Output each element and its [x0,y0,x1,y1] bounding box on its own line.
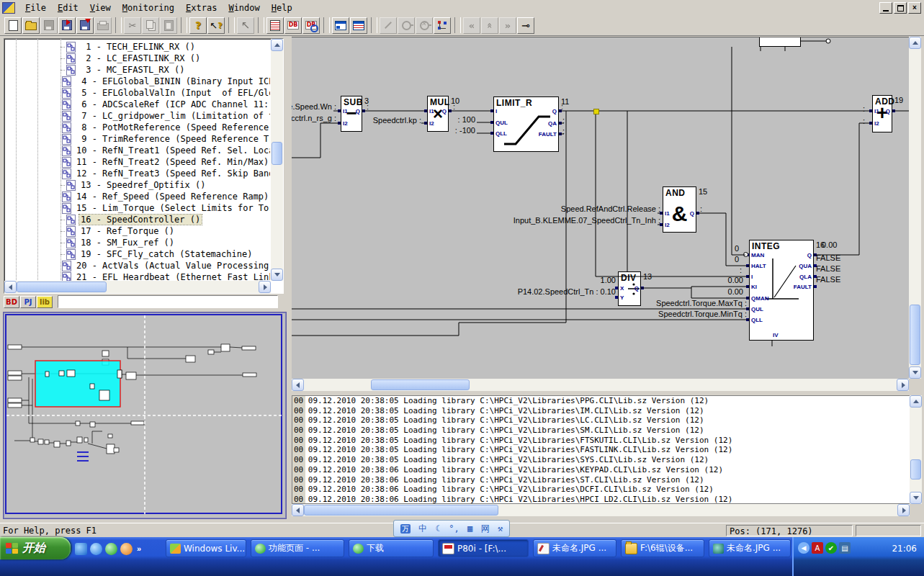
tree-vscrollbar[interactable] [271,39,283,281]
tree-vscrollbar-thumb[interactable] [272,142,282,165]
log-vscrollbar[interactable] [910,395,922,504]
toolbar-button-key-icon[interactable]: ⊸ [517,17,534,34]
restore-icon[interactable] [894,2,907,14]
toolbar-button-save-module-icon[interactable] [58,17,76,34]
ime-keyboard-icon[interactable]: ▦ [467,524,472,533]
taskbar-button[interactable]: 未命名.JPG ... [709,539,791,557]
ime-wrench-icon[interactable]: ⚒ [498,524,503,533]
toolbar-button-database-search-icon[interactable]: DB [302,17,320,34]
tree-item[interactable]: 11 - RefN_Treat2 (Speed Ref. Min/Max) [4,156,270,168]
scroll-left-icon[interactable] [292,379,304,391]
quicklaunch-qq-icon[interactable] [105,543,117,555]
diagram-canvas[interactable]: SUB−3I1I2QMUL×10I1I2QLIMIT_R 11IQULQLLQQ… [292,37,909,379]
toolbar-button-new-icon[interactable] [4,17,22,34]
taskbar-button[interactable]: 功能页面 - ... [251,539,344,557]
tray-shield-icon[interactable]: ✔ [825,542,837,554]
scroll-right-icon[interactable] [259,281,271,293]
toolbar-button-node-connect-icon[interactable] [434,17,451,34]
tree-item[interactable]: 13 - Speedref_Optifix () [4,179,270,191]
tree-item[interactable]: 17 - Ref_Torque () [4,225,270,237]
scroll-left-icon[interactable] [292,504,304,516]
tray-pdf-icon[interactable]: A [812,542,823,554]
tray-collapse-icon[interactable]: ◀ [798,542,809,554]
canvas-hscrollbar[interactable] [292,379,909,391]
ime-net-icon[interactable]: 网 [481,524,490,533]
tree-item[interactable]: 20 - ActVals (Actual Value Processing fo… [4,260,270,271]
ime-zhong-icon[interactable]: 中 [418,524,427,533]
quicklaunch-more-icon[interactable]: » [137,544,141,553]
tree-item[interactable]: 14 - Ref_Speed (Speed Reference Ramp) [4,191,270,202]
canvas-vscrollbar[interactable] [909,37,921,379]
menu-help[interactable]: Help [266,1,298,14]
toolbar-button-context-help-icon[interactable]: ↖? [207,17,225,34]
tree-item[interactable]: 10 - RefN_Treat1 (Speed Ref. Sel. Local/… [4,145,270,156]
quicklaunch-ie-icon[interactable] [90,543,102,555]
taskbar-button[interactable]: P80i - [F:\... [438,539,529,557]
log-hscrollbar-thumb[interactable] [304,505,498,516]
menu-window[interactable]: Window [223,1,265,14]
taskbar-button[interactable]: Windows Liv... [166,539,246,557]
taskbar-button[interactable]: F:\6辊\设备... [621,539,704,557]
tree-item[interactable]: 8 - PotMotReference (Speed Reference Mot… [4,122,270,133]
tab-pj[interactable]: PJ [20,296,36,308]
tree-item[interactable]: 6 - ADCScaleRef (ICP ADC Channel 11: Gai… [4,99,270,110]
toolbar-button-window-grid-icon[interactable] [350,17,367,34]
ime-wan-icon[interactable]: 万 [400,524,411,533]
menu-extras[interactable]: Extras [180,1,223,14]
menu-monitoring[interactable]: Monitoring [117,1,180,14]
tab-bd[interactable]: BD [4,296,19,308]
scroll-right-icon[interactable] [897,379,909,391]
tree-item[interactable]: 3 - MC_EFASTL_RX () [4,64,270,76]
ime-punct-icon[interactable]: °, [449,524,459,533]
taskbar-clock[interactable]: 21:06 [892,544,917,554]
canvas-vscrollbar-thumb[interactable] [910,305,920,365]
scroll-up-icon[interactable] [271,39,283,51]
block-partial[interactable] [759,37,801,47]
tree-hscrollbar[interactable] [4,281,271,293]
start-button[interactable]: 开始 [0,537,71,559]
tree-filter-input[interactable] [58,295,278,308]
tree-item[interactable]: 12 - RefN_Treat3 (Speed Ref. Skip Bands) [4,168,270,179]
log-vscrollbar-thumb[interactable] [910,459,921,480]
toolbar-button-window-split-icon[interactable] [332,17,349,34]
close-icon[interactable]: × [908,2,921,14]
tree-item[interactable]: 18 - SM_Fux_ref () [4,237,270,248]
scroll-down-icon[interactable] [271,269,283,281]
canvas-hscrollbar-thumb[interactable] [371,379,470,390]
scroll-up-icon[interactable] [910,395,922,408]
quicklaunch-pickup-icon[interactable] [120,543,133,555]
quicklaunch-msn-icon[interactable] [75,543,87,555]
scroll-down-icon[interactable] [910,492,922,504]
tree-hscrollbar-thumb[interactable] [17,282,107,292]
toolbar-button-open-icon[interactable] [22,17,40,34]
scroll-right-icon[interactable] [897,504,910,516]
toolbar-button-export-module-icon[interactable] [76,17,94,34]
ime-toolbar[interactable]: 万中☾°,▦网⚒ [393,520,510,537]
tree-item[interactable]: 16 - SpeedController () [4,214,270,225]
minimize-icon[interactable] [879,2,892,14]
overview-panel[interactable] [3,312,287,519]
tree-item[interactable]: 5 - EFLGlobalValIn (Input of EFL/Global … [4,87,270,99]
tab-lib[interactable]: lib [37,296,53,308]
scroll-up-icon[interactable] [909,37,921,49]
toolbar-button-help-icon[interactable]: ? [189,17,207,34]
menu-view[interactable]: View [84,1,117,14]
tree-item[interactable]: 1 - TECH_EFLINK_RX () [4,41,270,53]
tree-item[interactable]: 4 - EFLGlobal_BININ (Binary Input ICP CA… [4,76,270,87]
scroll-down-icon[interactable] [909,366,921,379]
tree-item[interactable]: 2 - LC_EFASTLINK_RX () [4,53,270,64]
menu-edit[interactable]: Edit [52,1,84,14]
tray-network-icon[interactable]: ▤ [839,542,851,554]
tree-item[interactable]: 19 - SFC_Fly_catch (Statemachine) [4,248,270,260]
toolbar-button-database-icon[interactable]: DB [284,17,302,34]
tree-item[interactable]: 7 - LC_gridpower_lim (Limitation of the … [4,110,270,122]
tree-item[interactable]: 15 - Lim_Torque (Select Limits for Torqu… [4,202,270,214]
taskbar-button[interactable]: 未命名.JPG ... [533,539,616,557]
log-hscrollbar[interactable] [292,504,910,516]
menu-file[interactable]: File [19,1,52,14]
tree-item[interactable]: 9 - TrimReference (Speed Reference Trim … [4,133,270,145]
taskbar-button[interactable]: 下载 [349,539,434,557]
scroll-left-icon[interactable] [4,281,17,293]
toolbar-button-list-report-icon[interactable] [266,17,284,34]
ime-moon-icon[interactable]: ☾ [436,524,441,533]
